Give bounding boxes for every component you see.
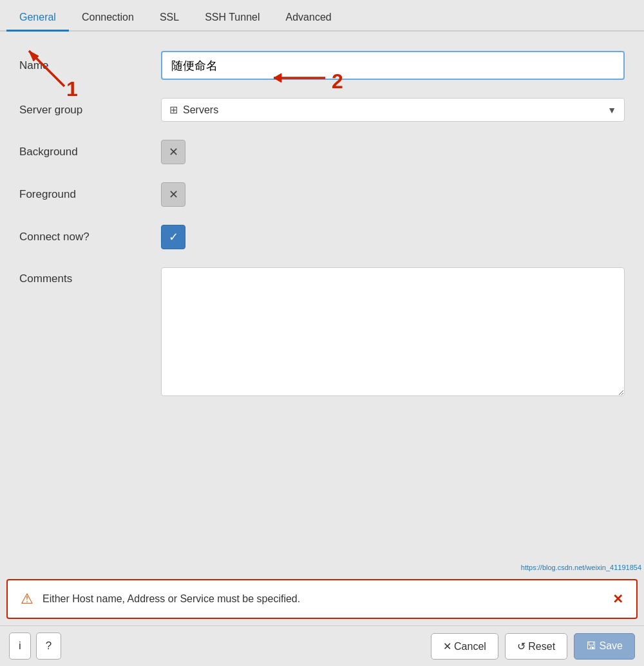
tab-ssl[interactable]: SSL: [147, 5, 192, 32]
reset-button[interactable]: ↺ Reset: [505, 633, 567, 660]
database-icon: ⊞: [169, 104, 178, 116]
background-row: Background ✕: [19, 140, 625, 164]
server-group-dropdown[interactable]: ⊞ Servers ▼: [161, 98, 625, 122]
footer: i ? ✕ Cancel ↺ Reset 🖫 Save: [0, 625, 644, 666]
watermark: https://blog.csdn.net/weixin_41191854: [518, 562, 644, 573]
info-button[interactable]: i: [9, 633, 31, 660]
tab-bar: General Connection SSL SSH Tunnel Advanc…: [0, 0, 644, 32]
footer-left: i ?: [9, 633, 61, 660]
chevron-down-icon: ▼: [607, 105, 616, 115]
name-label: Name: [19, 59, 161, 72]
save-button[interactable]: 🖫 Save: [574, 633, 635, 660]
help-button[interactable]: ?: [36, 633, 61, 660]
foreground-label: Foreground: [19, 188, 161, 201]
error-banner: ⚠ Either Host name, Address or Service m…: [6, 579, 638, 619]
comments-textarea[interactable]: [161, 267, 625, 396]
background-label: Background: [19, 146, 161, 158]
tab-general[interactable]: General: [6, 5, 69, 32]
name-row: Name: [19, 51, 625, 80]
comments-control: [161, 267, 625, 399]
comments-row: Comments: [19, 267, 625, 399]
foreground-checkbox[interactable]: ✕: [161, 182, 185, 207]
footer-right: ✕ Cancel ↺ Reset 🖫 Save: [431, 633, 635, 660]
connect-now-label: Connect now?: [19, 231, 161, 243]
server-group-label: Server group: [19, 104, 161, 117]
tab-connection[interactable]: Connection: [69, 5, 147, 32]
name-input-wrapper: [161, 51, 625, 80]
connect-now-checkbox[interactable]: ✓: [161, 225, 185, 249]
server-group-value: Servers: [183, 104, 607, 116]
svg-text:1: 1: [66, 77, 78, 100]
name-input[interactable]: [161, 51, 625, 80]
error-message: Either Host name, Address or Service mus…: [43, 593, 612, 605]
server-group-row: Server group ⊞ Servers ▼: [19, 98, 625, 122]
main-content: 1 2 Name Server group ⊞ Servers ▼ Backgr…: [0, 32, 644, 573]
background-control: ✕: [161, 140, 625, 164]
foreground-row: Foreground ✕: [19, 182, 625, 207]
server-group-wrapper: ⊞ Servers ▼: [161, 98, 625, 122]
foreground-control: ✕: [161, 182, 625, 207]
tab-ssh-tunnel[interactable]: SSH Tunnel: [192, 5, 272, 32]
connect-now-row: Connect now? ✓: [19, 225, 625, 249]
warning-icon: ⚠: [21, 591, 33, 607]
comments-label: Comments: [19, 267, 161, 285]
tab-advanced[interactable]: Advanced: [273, 5, 345, 32]
cancel-button[interactable]: ✕ Cancel: [431, 633, 498, 660]
connect-now-control: ✓: [161, 225, 625, 249]
background-checkbox[interactable]: ✕: [161, 140, 185, 164]
error-close-button[interactable]: ✕: [612, 591, 623, 607]
